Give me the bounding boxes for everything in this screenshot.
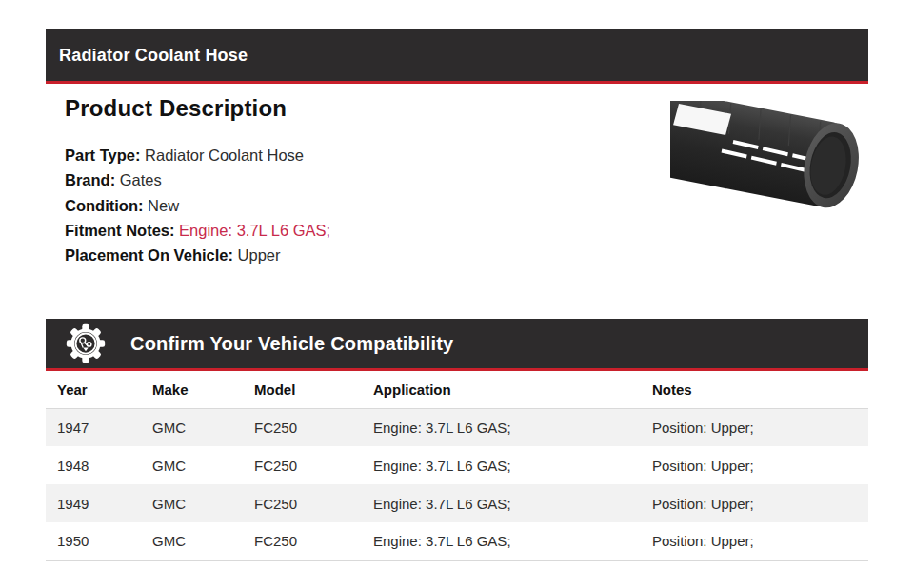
compatibility-table: Year Make Model Application Notes 1947 G…	[46, 371, 868, 561]
column-header-model: Model	[243, 371, 362, 408]
cell-year: 1948	[46, 446, 141, 484]
table-row: 1950 GMC FC250 Engine: 3.7L L6 GAS; Posi…	[46, 522, 868, 560]
product-description-section: Product Description Part Type: Radiator …	[46, 95, 868, 319]
cell-notes: Position: Upper;	[641, 484, 868, 522]
column-header-notes: Notes	[641, 371, 868, 408]
cell-model: FC250	[243, 484, 362, 522]
spec-value: Gates	[120, 171, 162, 188]
column-header-make: Make	[141, 371, 243, 408]
spec-label: Condition:	[65, 197, 143, 214]
cell-make: GMC	[141, 408, 243, 446]
cell-application: Engine: 3.7L L6 GAS;	[362, 522, 641, 560]
spec-label: Fitment Notes:	[65, 222, 175, 239]
spec-value: New	[148, 197, 179, 214]
column-header-year: Year	[46, 371, 141, 408]
cell-model: FC250	[243, 522, 362, 560]
cell-application: Engine: 3.7L L6 GAS;	[362, 484, 641, 522]
spec-label: Placement On Vehicle:	[65, 246, 233, 264]
listing-content: Radiator Coolant Hose Product Descriptio…	[46, 29, 868, 561]
listing-title: Radiator Coolant Hose	[59, 46, 248, 66]
product-image	[670, 101, 866, 209]
cell-year: 1947	[46, 408, 141, 446]
gear-engine-icon	[65, 323, 107, 364]
cell-model: FC250	[243, 446, 362, 484]
table-row: 1949 GMC FC250 Engine: 3.7L L6 GAS; Posi…	[46, 484, 868, 522]
cell-notes: Position: Upper;	[641, 408, 868, 446]
spec-label: Part Type:	[65, 147, 140, 164]
cell-year: 1949	[46, 484, 141, 522]
cell-notes: Position: Upper;	[641, 446, 868, 484]
spec-value-fitment: Engine: 3.7L L6 GAS;	[179, 222, 330, 239]
spec-value: Radiator Coolant Hose	[145, 147, 304, 164]
spec-line-fitment-notes: Fitment Notes: Engine: 3.7L L6 GAS;	[65, 218, 868, 243]
compatibility-heading: Confirm Your Vehicle Compatibility	[130, 333, 453, 355]
spec-label: Brand:	[65, 171, 115, 188]
listing-title-bar: Radiator Coolant Hose	[46, 29, 868, 84]
cell-notes: Position: Upper;	[641, 522, 868, 560]
cell-year: 1950	[46, 522, 141, 560]
table-row: 1947 GMC FC250 Engine: 3.7L L6 GAS; Posi…	[46, 408, 868, 446]
cell-application: Engine: 3.7L L6 GAS;	[362, 408, 641, 446]
cell-make: GMC	[141, 446, 243, 484]
table-row: 1948 GMC FC250 Engine: 3.7L L6 GAS; Posi…	[46, 446, 868, 484]
table-header-row: Year Make Model Application Notes	[46, 371, 868, 408]
spec-value: Upper	[238, 246, 281, 264]
column-header-application: Application	[362, 371, 641, 408]
cell-make: GMC	[141, 484, 243, 522]
compatibility-header-bar: Confirm Your Vehicle Compatibility	[46, 319, 868, 371]
cell-model: FC250	[243, 408, 362, 446]
cell-application: Engine: 3.7L L6 GAS;	[362, 446, 641, 484]
cell-make: GMC	[141, 522, 243, 560]
spec-line-placement: Placement On Vehicle: Upper	[65, 243, 868, 267]
